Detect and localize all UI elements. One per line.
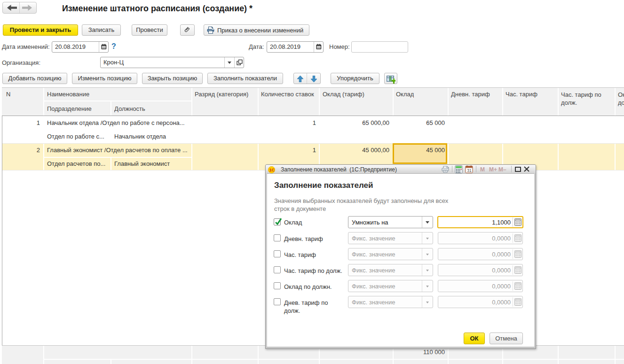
svg-text:1С: 1С	[269, 168, 275, 172]
svg-text:31: 31	[467, 168, 472, 173]
